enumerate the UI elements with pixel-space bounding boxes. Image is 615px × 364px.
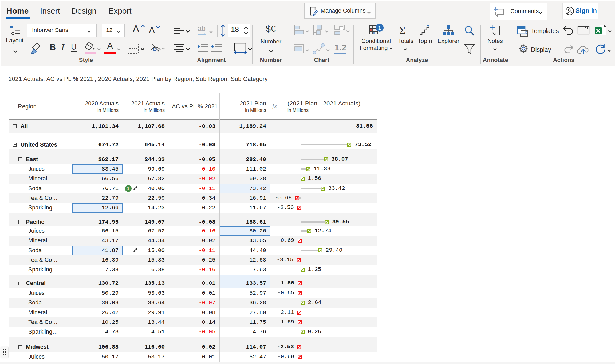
svg-text:1: 1 xyxy=(378,25,381,31)
